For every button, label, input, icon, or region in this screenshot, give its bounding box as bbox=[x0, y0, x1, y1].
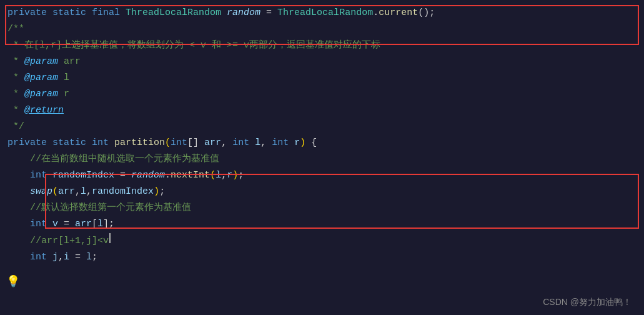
keyword-int-v: int bbox=[30, 217, 52, 232]
paren-open2: ( bbox=[210, 168, 215, 183]
index-l: l bbox=[97, 217, 103, 232]
param-l-text: l bbox=[58, 71, 69, 86]
comment-star-4: * bbox=[7, 103, 24, 118]
code-line-13: //默认选择数组第一个元素作为基准值 bbox=[0, 200, 644, 216]
paren-close2: ) bbox=[232, 168, 238, 183]
text-cursor bbox=[109, 233, 111, 243]
keyword-int-l: int bbox=[232, 136, 255, 151]
keyword-int-j: int bbox=[30, 250, 52, 265]
param-arr: arr bbox=[204, 136, 221, 151]
code-line-10: //在当前数组中随机选取一个元素作为基准值 bbox=[0, 151, 644, 168]
var-v: v bbox=[52, 217, 58, 232]
param-r-text: r bbox=[58, 87, 69, 102]
comment-default-select: //默认选择数组第一个元素作为基准值 bbox=[7, 201, 191, 216]
code-line-8: */ bbox=[0, 119, 644, 135]
keyword-static2: static bbox=[52, 136, 92, 151]
arg-r: r bbox=[227, 168, 232, 183]
param-arr-text: arr bbox=[58, 54, 81, 69]
tag-return: @return bbox=[24, 103, 64, 118]
comment-star-1: * bbox=[7, 54, 24, 69]
paren-open: ( bbox=[165, 136, 171, 151]
param-l: l bbox=[255, 136, 260, 151]
var-randomindex: randomIndex bbox=[52, 168, 114, 183]
paren-open3: ( bbox=[52, 184, 58, 199]
code-line-4: * @param arr bbox=[0, 54, 644, 70]
keyword-private2: private bbox=[7, 136, 52, 151]
code-editor: private static final ThreadLocalRandom r… bbox=[0, 0, 644, 315]
method-nextint: nextInt bbox=[171, 168, 210, 183]
comment-desc: * 在[l,r]上选择基准值，将数组划分为 < v 和 >= v两部分，返回基准… bbox=[7, 38, 380, 53]
code-line-7: * @return bbox=[0, 102, 644, 119]
comment-jdoc-close: */ bbox=[7, 119, 24, 134]
var-j: j bbox=[52, 250, 58, 265]
paren-close: ) bbox=[300, 136, 305, 151]
tag-param-arr: @param bbox=[24, 54, 58, 69]
var-l-init: l bbox=[86, 250, 92, 265]
code-line-16: int j,i = l; bbox=[0, 249, 644, 266]
arg-l: l bbox=[215, 168, 221, 183]
comment-random-select: //在当前数组中随机选取一个元素作为基准值 bbox=[7, 152, 219, 167]
paren-close3: ) bbox=[154, 184, 159, 199]
tag-param-r: @param bbox=[24, 87, 58, 102]
comment-arr-range: //arr[l+1,j]<v bbox=[7, 234, 109, 249]
swap-arr: arr bbox=[58, 184, 75, 199]
code-line-6: * @param r bbox=[0, 86, 644, 102]
code-line-2: /** bbox=[0, 21, 644, 38]
var-random: random bbox=[227, 6, 260, 21]
comment-star-2: * bbox=[7, 71, 24, 86]
code-line-1: private static final ThreadLocalRandom r… bbox=[0, 5, 644, 21]
keyword-int: int bbox=[92, 136, 114, 151]
type-threadlocalrandom2: ThreadLocalRandom bbox=[277, 6, 373, 21]
keyword-private: private bbox=[7, 6, 52, 21]
keyword-int-arr: int bbox=[171, 136, 187, 151]
tag-param-l: @param bbox=[24, 71, 58, 86]
code-line-5: * @param l bbox=[0, 70, 644, 86]
method-current: current bbox=[379, 6, 418, 21]
type-threadlocalrandom: ThreadLocalRandom bbox=[126, 6, 227, 21]
code-line-15: //arr[l+1,j]<v bbox=[0, 232, 644, 249]
arr-ref: arr bbox=[75, 217, 92, 232]
method-partition: partition bbox=[114, 136, 165, 151]
comment-jdoc-open: /** bbox=[7, 22, 24, 37]
code-line-14: int v = arr[l]; bbox=[0, 216, 644, 232]
code-line-9: private static int partition(int[] arr, … bbox=[0, 135, 644, 151]
code-line-3: * 在[l,r]上选择基准值，将数组划分为 < v 和 >= v两部分，返回基准… bbox=[0, 38, 644, 54]
param-r: r bbox=[294, 136, 300, 151]
var-i: i bbox=[64, 250, 69, 265]
keyword-final: final bbox=[92, 6, 126, 21]
code-line-12: swap(arr,l,randomIndex); bbox=[0, 184, 644, 200]
keyword-int-r: int bbox=[272, 136, 294, 151]
keyword-static: static bbox=[52, 6, 92, 21]
swap-l: l bbox=[81, 184, 86, 199]
code-line-11: int randomIndex = random.nextInt(l,r); bbox=[0, 168, 644, 184]
lightbulb-icon: 💡 bbox=[6, 273, 20, 291]
watermark: CSDN @努力加油鸭！ bbox=[543, 295, 632, 309]
comment-star-3: * bbox=[7, 87, 24, 102]
swap-randidx: randomIndex bbox=[92, 184, 154, 199]
method-swap: swap bbox=[30, 184, 52, 199]
keyword-int-randidx: int bbox=[30, 168, 52, 183]
var-random-ref: random bbox=[131, 168, 165, 183]
